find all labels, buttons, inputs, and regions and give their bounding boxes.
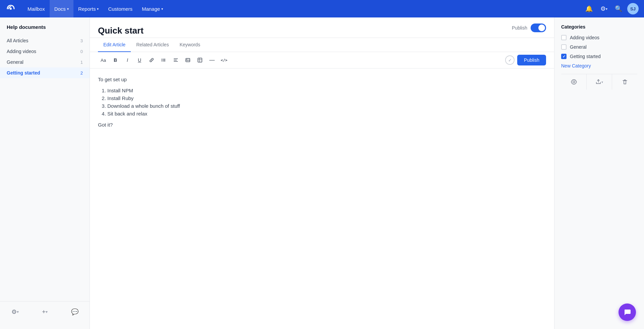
logo[interactable] bbox=[5, 3, 16, 14]
nav-item-mailbox[interactable]: Mailbox bbox=[23, 0, 50, 17]
sidebar-title: Help documents bbox=[0, 24, 90, 35]
svg-point-3 bbox=[162, 61, 162, 61]
categories-title: Categories bbox=[561, 24, 637, 30]
sidebar-add-button[interactable]: + ▾ bbox=[30, 306, 60, 318]
underline-button[interactable]: U bbox=[134, 55, 145, 65]
publish-button[interactable]: Publish bbox=[517, 55, 546, 65]
right-panel: Categories Adding videos General Getting… bbox=[554, 17, 644, 329]
new-category-link[interactable]: New Category bbox=[561, 63, 637, 68]
publish-toggle[interactable] bbox=[531, 23, 546, 32]
chat-icon: 💬 bbox=[71, 308, 78, 316]
article-header: Quick start Publish bbox=[90, 17, 554, 38]
tab-keywords[interactable]: Keywords bbox=[174, 38, 205, 52]
editor-footer-text: Got it? bbox=[98, 122, 546, 128]
list-item: Install Ruby bbox=[107, 95, 546, 101]
delete-button[interactable] bbox=[612, 74, 637, 90]
chevron-down-icon: ▾ bbox=[97, 7, 99, 11]
content-area: Quick start Publish Edit Article Related… bbox=[90, 17, 554, 329]
preview-button[interactable] bbox=[561, 74, 587, 90]
chevron-down-icon: ▾ bbox=[17, 310, 19, 314]
svg-point-0 bbox=[10, 8, 12, 10]
category-checkbox-general[interactable] bbox=[561, 44, 567, 50]
category-item-adding-videos: Adding videos bbox=[561, 35, 637, 40]
sidebar-item-general[interactable]: General 1 bbox=[0, 57, 90, 67]
table-button[interactable] bbox=[195, 55, 205, 65]
tab-edit-article[interactable]: Edit Article bbox=[98, 38, 131, 52]
chevron-down-icon: ▾ bbox=[601, 80, 603, 84]
sidebar-item-label: Getting started bbox=[7, 70, 40, 76]
category-checkbox-adding-videos[interactable] bbox=[561, 35, 567, 40]
sidebar-item-adding-videos[interactable]: Adding videos 0 bbox=[0, 46, 90, 57]
export-button[interactable]: ▾ bbox=[587, 74, 612, 90]
image-button[interactable] bbox=[182, 55, 193, 65]
nav-item-customers[interactable]: Customers bbox=[103, 0, 137, 17]
sidebar-settings-button[interactable]: ⚙ ▾ bbox=[0, 306, 30, 318]
chat-bubble-icon bbox=[623, 308, 631, 316]
chevron-down-icon: ▾ bbox=[606, 7, 607, 11]
category-label: Adding videos bbox=[570, 35, 599, 40]
sidebar-item-getting-started[interactable]: Getting started 2 bbox=[0, 67, 90, 78]
category-label: Getting started bbox=[570, 54, 601, 59]
notifications-button[interactable]: 🔔 bbox=[583, 3, 595, 15]
chat-widget-button[interactable] bbox=[619, 303, 636, 321]
sidebar-item-label: General bbox=[7, 59, 23, 65]
trash-icon bbox=[622, 79, 628, 85]
font-size-button[interactable]: Aa bbox=[98, 55, 109, 65]
category-checkbox-getting-started[interactable] bbox=[561, 54, 567, 59]
sidebar-item-count: 2 bbox=[80, 70, 83, 76]
top-navigation: Mailbox Docs ▾ Reports ▾ Customers Manag… bbox=[0, 0, 644, 17]
editor-content[interactable]: To get set up Install NPM Install Ruby D… bbox=[90, 68, 554, 329]
link-button[interactable] bbox=[146, 55, 157, 65]
bold-button[interactable]: B bbox=[110, 55, 121, 65]
svg-point-15 bbox=[573, 81, 575, 83]
nav-item-manage[interactable]: Manage ▾ bbox=[137, 0, 168, 17]
category-label: General bbox=[570, 44, 587, 50]
avatar[interactable]: SJ bbox=[627, 3, 639, 14]
bullet-list-button[interactable] bbox=[158, 55, 169, 65]
topnav-right: 🔔 ⚙▾ 🔍 SJ bbox=[583, 3, 639, 15]
align-icon bbox=[173, 57, 178, 63]
italic-button[interactable]: I bbox=[122, 55, 133, 65]
editor-intro-text: To get set up bbox=[98, 77, 546, 82]
gear-icon: ⚙ bbox=[11, 308, 17, 316]
chevron-down-icon: ▾ bbox=[67, 7, 69, 11]
settings-button[interactable]: ⚙▾ bbox=[598, 3, 610, 15]
chevron-down-icon: ▾ bbox=[46, 310, 48, 314]
plus-icon: + bbox=[42, 309, 46, 316]
eye-icon bbox=[571, 79, 577, 85]
image-icon bbox=[185, 57, 191, 63]
check-circle-button[interactable]: ✓ bbox=[505, 55, 515, 65]
svg-point-1 bbox=[162, 59, 162, 59]
sidebar-item-count: 1 bbox=[80, 60, 83, 65]
tab-related-articles[interactable]: Related Articles bbox=[131, 38, 174, 52]
publish-row: Publish bbox=[512, 23, 546, 38]
sidebar: Help documents All Articles 3 Adding vid… bbox=[0, 17, 90, 329]
svg-point-2 bbox=[162, 60, 162, 60]
code-button[interactable]: </> bbox=[219, 55, 229, 65]
sidebar-item-count: 3 bbox=[80, 38, 83, 43]
article-title: Quick start bbox=[98, 26, 144, 36]
align-button[interactable] bbox=[170, 55, 181, 65]
svg-point-11 bbox=[187, 59, 187, 60]
export-icon bbox=[595, 79, 601, 85]
hr-button[interactable]: — bbox=[207, 55, 217, 65]
link-icon bbox=[149, 57, 154, 63]
sidebar-chat-button[interactable]: 💬 bbox=[60, 306, 90, 318]
list-item: Download a whole bunch of stuff bbox=[107, 103, 546, 109]
main-layout: Help documents All Articles 3 Adding vid… bbox=[0, 17, 644, 329]
sidebar-item-all-articles[interactable]: All Articles 3 bbox=[0, 35, 90, 46]
svg-rect-12 bbox=[198, 58, 202, 62]
sidebar-item-label: All Articles bbox=[7, 38, 29, 43]
list-item: Sit back and relax bbox=[107, 111, 546, 116]
editor-toolbar: Aa B I U bbox=[90, 52, 554, 68]
table-icon bbox=[197, 57, 203, 63]
sidebar-bottom-toolbar: ⚙ ▾ + ▾ 💬 bbox=[0, 301, 90, 322]
article-title-row: Quick start bbox=[98, 26, 512, 36]
nav-item-docs[interactable]: Docs ▾ bbox=[50, 0, 73, 17]
article-tabs: Edit Article Related Articles Keywords bbox=[90, 38, 554, 52]
right-panel-actions: ▾ bbox=[561, 74, 637, 90]
nav-item-reports[interactable]: Reports ▾ bbox=[73, 0, 104, 17]
sidebar-item-count: 0 bbox=[80, 49, 83, 54]
search-button[interactable]: 🔍 bbox=[612, 3, 625, 15]
publish-label: Publish bbox=[512, 25, 527, 31]
